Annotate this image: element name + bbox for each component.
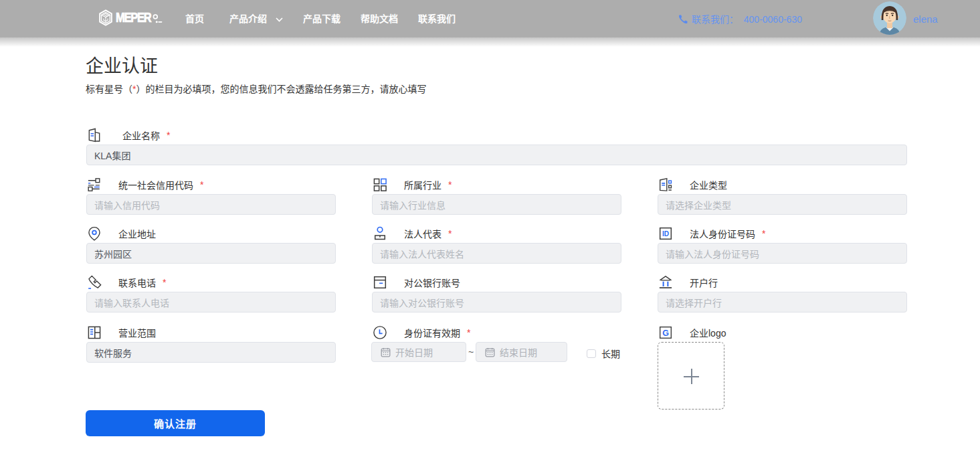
svg-text:G: G (662, 329, 669, 338)
svg-text:ID: ID (662, 230, 669, 238)
